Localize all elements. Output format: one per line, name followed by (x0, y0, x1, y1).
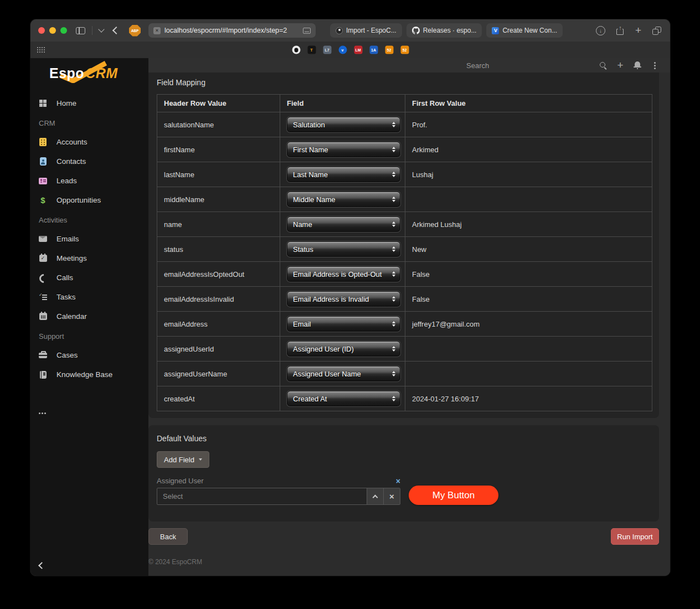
first-row-value-cell (405, 187, 652, 212)
sidebar-item-tasks[interactable]: Tasks (30, 287, 148, 307)
sidebar-toggle-icon[interactable] (76, 27, 85, 34)
field-cell: Assigned User (ID) (280, 337, 405, 362)
sidebar-item-meetings[interactable]: Meetings (30, 249, 148, 268)
header-row-value-cell: salutationName (157, 112, 280, 137)
tab-label: Import - EspoC... (346, 27, 397, 34)
mapping-row: emailAddressIsInvalidEmail Address is In… (157, 287, 652, 312)
back-button[interactable]: Back (148, 528, 188, 545)
sidebar-item-contacts[interactable]: Contacts (30, 152, 148, 171)
sidebar-item-cases[interactable]: Cases (30, 345, 148, 365)
sidebar-item-leads[interactable]: Leads (30, 171, 148, 190)
default-values-title: Default Values (157, 432, 651, 443)
espocrm-favicon (336, 27, 343, 34)
field-mapping-title: Field Mapping (157, 76, 652, 87)
menu-kebab-icon[interactable] (654, 62, 656, 69)
share-icon[interactable] (616, 26, 624, 35)
sidebar-item-more[interactable] (30, 404, 148, 423)
sidebar-item-knowledge-base[interactable]: Knowledge Base (30, 365, 148, 384)
tab-label: Create New Con... (502, 27, 557, 34)
field-select[interactable]: Salutation (287, 117, 400, 132)
search-icon[interactable] (599, 61, 608, 70)
t-favicon[interactable]: T (307, 46, 316, 54)
sidebar-item-calls[interactable]: Calls (30, 268, 148, 287)
quick-create-icon[interactable] (617, 61, 623, 69)
52b-favicon[interactable]: 52 (400, 46, 409, 54)
reader-view-icon[interactable] (303, 28, 311, 34)
sidebar-item-opportunities[interactable]: $Opportunities (30, 190, 148, 210)
tab-create-new[interactable]: VCreate New Con... (486, 23, 563, 38)
envelope-icon (39, 236, 47, 242)
desktop: ABP localhost/espocrm/#Import/index/step… (0, 0, 700, 609)
header-row-value-cell: status (157, 237, 280, 262)
mapping-row: assignedUserNameAssigned User Name (157, 362, 652, 386)
zoom-window-button[interactable] (60, 27, 67, 34)
chevron-favicon[interactable]: v (338, 46, 347, 54)
add-field-button[interactable]: Add Field (157, 451, 209, 468)
tab-import[interactable]: Import - EspoC... (330, 23, 402, 38)
downloads-icon[interactable] (596, 26, 605, 35)
select-clear-button[interactable] (383, 488, 400, 504)
field-cell: Last Name (280, 162, 405, 187)
field-select[interactable]: Middle Name (287, 192, 400, 207)
sidebar-item-label: Emails (56, 235, 79, 243)
table-header-row: Header Row Value Field First Row Value (157, 95, 652, 112)
remove-field-icon[interactable] (396, 477, 400, 485)
chevron-down-icon[interactable] (98, 26, 104, 32)
field-select[interactable]: Last Name (287, 167, 400, 182)
apple-favicon[interactable] (292, 46, 300, 54)
my-button[interactable]: My Button (409, 486, 498, 505)
field-select[interactable]: Email Address is Opted-Out (287, 266, 400, 282)
field-select[interactable]: Created At (287, 391, 400, 406)
52-favicon[interactable]: 52 (385, 46, 393, 54)
sidebar-item-accounts[interactable]: Accounts (30, 132, 148, 152)
notifications-bell-icon[interactable] (634, 61, 641, 69)
new-tab-icon[interactable] (635, 26, 641, 35)
sidebar-section-activities: Activities (30, 210, 148, 229)
sidebar-section-crm: CRM (30, 113, 148, 132)
adblock-extension-icon[interactable]: ABP (129, 25, 141, 37)
field-cell: Name (280, 212, 405, 237)
sidebar-item-emails[interactable]: Emails (30, 229, 148, 249)
minimize-window-button[interactable] (49, 27, 56, 34)
sidebar-item-label: Tasks (56, 293, 76, 301)
select-stepper-icon (392, 122, 395, 128)
field-select[interactable]: Status (287, 241, 400, 257)
field-select[interactable]: Assigned User Name (287, 366, 400, 381)
run-import-button[interactable]: Run Import (611, 528, 659, 545)
mapping-row: salutationNameSalutationProf. (157, 112, 652, 137)
1a-favicon[interactable]: 1A (369, 46, 378, 54)
add-field-label: Add Field (164, 456, 194, 464)
ellipsis-icon (39, 409, 47, 417)
field-select[interactable]: First Name (287, 142, 400, 157)
espocrm-logo[interactable]: EspoCRM (30, 58, 148, 89)
default-values-panel: Default Values Add Field Assigned User (148, 425, 659, 522)
assigned-user-select[interactable]: Select (157, 488, 400, 505)
sidebar-collapse-icon[interactable] (38, 562, 45, 569)
select-expand-button[interactable] (367, 488, 383, 504)
sidebar-item-home[interactable]: Home (30, 94, 148, 113)
browser-tabs: Import - EspoC...Releases · espo...VCrea… (330, 23, 563, 38)
search-input[interactable] (466, 61, 583, 70)
header-row-value-cell: middleName (157, 187, 280, 212)
address-bar[interactable]: localhost/espocrm/#Import/index/step=2 (148, 23, 316, 38)
first-row-value-cell: Arkimed (405, 137, 652, 162)
field-select-value: First Name (293, 146, 392, 154)
lm-favicon[interactable]: LM (354, 46, 362, 54)
book-icon (40, 371, 47, 379)
field-cell: Salutation (280, 112, 405, 137)
field-select[interactable]: Name (287, 216, 400, 232)
apps-grid-icon[interactable] (37, 47, 45, 53)
field-select-value: Email Address is Opted-Out (293, 270, 392, 278)
field-select-value: Email (293, 320, 392, 328)
sidebar-item-calendar[interactable]: Calendar (30, 307, 148, 326)
toolbar-right-icons (596, 26, 661, 35)
tab-overview-icon[interactable] (652, 27, 661, 35)
close-window-button[interactable] (38, 27, 45, 34)
tab-releases[interactable]: Releases · espo... (406, 23, 482, 38)
field-select[interactable]: Email (287, 316, 400, 332)
field-select[interactable]: Assigned User (ID) (287, 341, 400, 357)
field-select[interactable]: Email Address is Invalid (287, 291, 400, 307)
select-stepper-icon (392, 246, 395, 252)
lh-favicon[interactable]: L7 (323, 46, 331, 54)
back-navigation-icon[interactable] (112, 27, 120, 34)
